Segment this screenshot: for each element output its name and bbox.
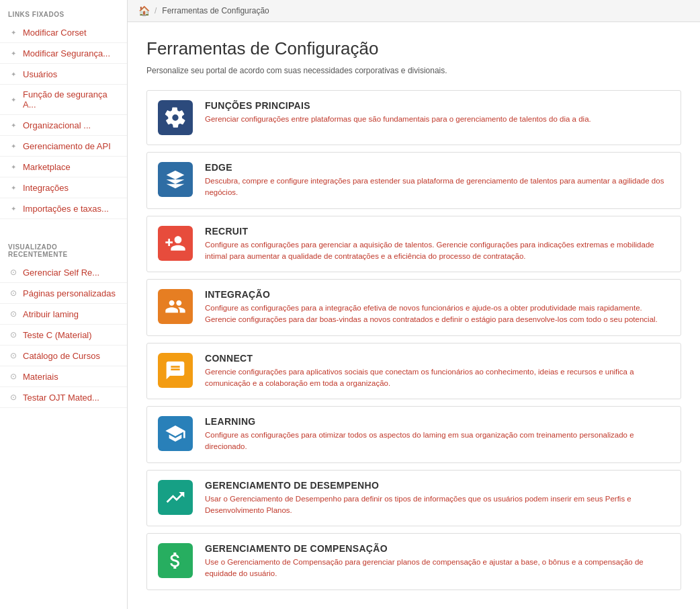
card-title-3: INTEGRAÇÃO xyxy=(205,289,670,300)
card-title-6: GERENCIAMENTO DE DESEMPENHO xyxy=(205,480,670,491)
sidebar-item-label: Atribuir laming xyxy=(23,309,79,319)
sidebar-recent-item[interactable]: Materiais xyxy=(0,366,127,387)
card-body-6: GERENCIAMENTO DE DESEMPENHO Usar o Geren… xyxy=(205,480,670,517)
card-icon-5 xyxy=(158,416,193,451)
sidebar-item-label: Teste C (Material) xyxy=(23,330,92,340)
card-body-2: RECRUIT Configure as configurações para … xyxy=(205,226,670,263)
card-desc-2: Configure as configurações para gerencia… xyxy=(205,239,670,263)
sidebar-item-label: Importações e taxas... xyxy=(23,204,109,214)
sidebar-item-label: Modificar Corset xyxy=(23,28,87,38)
page-subtitle: Personalize seu portal de acordo com sua… xyxy=(146,66,681,75)
card-2[interactable]: RECRUIT Configure as configurações para … xyxy=(146,216,681,273)
card-body-0: FUNÇÕES PRINCIPAIS Gerenciar configuraçõ… xyxy=(205,100,670,125)
pin-icon xyxy=(8,203,19,214)
pin-icon xyxy=(8,120,19,130)
clock-icon xyxy=(8,329,19,340)
sidebar-fixed-item[interactable]: Modificar Corset xyxy=(0,22,127,43)
card-body-3: INTEGRAÇÃO Configure as configurações pa… xyxy=(205,289,670,326)
card-desc-3: Configure as configurações para a integr… xyxy=(205,302,670,326)
fixed-links-title: LINKS FIXADOS xyxy=(0,0,127,22)
pin-icon xyxy=(8,140,19,151)
card-title-1: EDGE xyxy=(205,162,670,173)
card-desc-1: Descubra, compre e configure integrações… xyxy=(205,175,670,199)
pin-icon xyxy=(8,94,19,105)
sidebar-recent-item[interactable]: Teste C (Material) xyxy=(0,325,127,346)
card-desc-0: Gerenciar configurações entre plataforma… xyxy=(205,114,670,125)
card-icon-3 xyxy=(158,289,193,324)
sidebar-fixed-item[interactable]: Marketplace xyxy=(0,157,127,177)
sidebar-recent-item[interactable]: Testar OJT Mated... xyxy=(0,387,127,408)
card-6[interactable]: GERENCIAMENTO DE DESEMPENHO Usar o Geren… xyxy=(146,470,681,527)
sidebar-recent-item[interactable]: Gerenciar Self Re... xyxy=(0,262,127,283)
sidebar-fixed-item[interactable]: Modificar Segurança... xyxy=(0,43,127,64)
card-body-5: LEARNING Configure as configurações para… xyxy=(205,416,670,453)
sidebar-item-label: Gerenciamento de API xyxy=(23,141,111,151)
card-0[interactable]: FUNÇÕES PRINCIPAIS Gerenciar configuraçõ… xyxy=(146,90,681,145)
card-body-7: GERENCIAMENTO DE COMPENSAÇÃO Use o Geren… xyxy=(205,543,670,580)
clock-icon xyxy=(8,371,19,382)
sidebar-fixed-item[interactable]: Gerenciamento de API xyxy=(0,136,127,157)
card-icon-1 xyxy=(158,162,193,197)
card-desc-7: Use o Gerenciamento de Compensação para … xyxy=(205,557,670,580)
page-title: Ferramentas de Configuração xyxy=(146,38,681,59)
card-desc-6: Usar o Gerenciamento de Desempenho para … xyxy=(205,493,670,517)
sidebar-item-label: Modificar Segurança... xyxy=(23,48,110,58)
card-icon-4 xyxy=(158,353,193,388)
recent-title: VISUALIZADO RECENTEMENTE xyxy=(0,233,127,262)
card-3[interactable]: INTEGRAÇÃO Configure as configurações pa… xyxy=(146,279,681,336)
card-desc-4: Gerencie configurações para aplicativos … xyxy=(205,366,670,390)
card-body-4: CONNECT Gerencie configurações para apli… xyxy=(205,353,670,390)
card-1[interactable]: EDGE Descubra, compre e configure integr… xyxy=(146,152,681,209)
fixed-links-list: Modificar CorsetModificar Segurança...Us… xyxy=(0,22,127,219)
recent-list: Gerenciar Self Re...Páginas personalizad… xyxy=(0,262,127,408)
pin-icon xyxy=(8,27,19,38)
clock-icon xyxy=(8,392,19,403)
clock-icon xyxy=(8,288,19,298)
sidebar-item-label: Gerenciar Self Re... xyxy=(23,268,99,278)
sidebar-item-label: Catálogo de Cursos xyxy=(23,351,100,361)
card-5[interactable]: LEARNING Configure as configurações para… xyxy=(146,406,681,463)
card-4[interactable]: CONNECT Gerencie configurações para apli… xyxy=(146,343,681,400)
sidebar-item-label: Materiais xyxy=(23,372,58,382)
sidebar-recent-item[interactable]: Atribuir laming xyxy=(0,304,127,325)
clock-icon xyxy=(8,350,19,361)
card-desc-5: Configure as configurações para otimizar… xyxy=(205,430,670,453)
sidebar-item-label: Organizacional ... xyxy=(23,120,91,130)
card-title-7: GERENCIAMENTO DE COMPENSAÇÃO xyxy=(205,543,670,554)
sidebar-item-label: Integrações xyxy=(23,183,69,193)
sidebar-fixed-item[interactable]: Importações e taxas... xyxy=(0,198,127,219)
pin-icon xyxy=(8,161,19,172)
clock-icon xyxy=(8,267,19,278)
sidebar-item-label: Função de segurança A... xyxy=(23,89,119,110)
breadcrumb-current: Ferramentas de Configuração xyxy=(162,6,269,15)
card-icon-2 xyxy=(158,226,193,261)
sidebar-recent-item[interactable]: Páginas personalizadas xyxy=(0,283,127,304)
pin-icon xyxy=(8,69,19,79)
pin-icon xyxy=(8,182,19,193)
pin-icon xyxy=(8,48,19,58)
sidebar-item-label: Testar OJT Mated... xyxy=(23,393,99,403)
sidebar-fixed-item[interactable]: Organizacional ... xyxy=(0,115,127,136)
card-body-1: EDGE Descubra, compre e configure integr… xyxy=(205,162,670,199)
card-7[interactable]: GERENCIAMENTO DE COMPENSAÇÃO Use o Geren… xyxy=(146,533,681,590)
sidebar-item-label: Usuários xyxy=(23,69,57,79)
sidebar-fixed-item[interactable]: Usuários xyxy=(0,64,127,85)
cards-list: FUNÇÕES PRINCIPAIS Gerenciar configuraçõ… xyxy=(146,90,681,590)
sidebar-recent-item[interactable]: Catálogo de Cursos xyxy=(0,346,127,366)
card-title-2: RECRUIT xyxy=(205,226,670,237)
card-icon-6 xyxy=(158,480,193,515)
sidebar-fixed-item[interactable]: Função de segurança A... xyxy=(0,85,127,115)
content-inner: Ferramentas de Configuração Personalize … xyxy=(128,22,700,609)
breadcrumb-home-icon[interactable]: 🏠 xyxy=(138,5,149,16)
card-title-0: FUNÇÕES PRINCIPAIS xyxy=(205,100,670,111)
sidebar-fixed-item[interactable]: Integrações xyxy=(0,177,127,198)
breadcrumb-bar: 🏠 / Ferramentas de Configuração xyxy=(128,0,700,22)
card-icon-7 xyxy=(158,543,193,578)
card-icon-0 xyxy=(158,100,193,135)
main-panel: 🏠 / Ferramentas de Configuração Ferramen… xyxy=(128,0,700,609)
card-title-4: CONNECT xyxy=(205,353,670,364)
sidebar-item-label: Páginas personalizadas xyxy=(23,288,116,298)
card-title-5: LEARNING xyxy=(205,416,670,427)
clock-icon xyxy=(8,309,19,319)
breadcrumb-separator: / xyxy=(155,6,157,15)
